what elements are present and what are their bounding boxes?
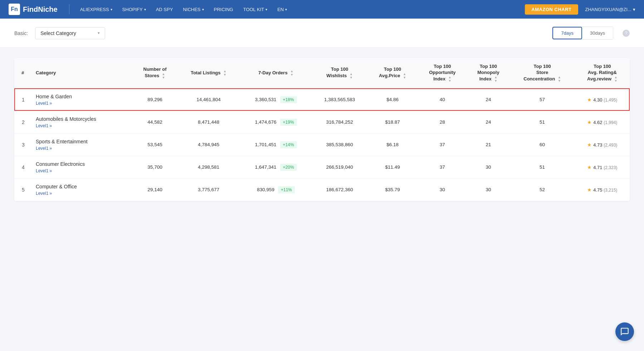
num-stores-cell: 35,700 xyxy=(133,156,177,178)
navbar: Fn FindNiche ALIEXPRESS ▾ SHOPIFY ▾ AD S… xyxy=(0,0,644,19)
nav-aliexpress[interactable]: ALIEXPRESS ▾ xyxy=(77,5,116,14)
avg-rating-cell: ★ 4.30 (1,495) xyxy=(575,88,630,111)
shopify-caret: ▾ xyxy=(144,8,146,11)
nav-niches[interactable]: NICHES ▾ xyxy=(179,5,207,14)
orders-value: 830,959 xyxy=(257,187,274,192)
category-name: Computer & Office xyxy=(36,184,129,189)
opportunity-sort[interactable]: ▲▼ xyxy=(448,76,452,83)
nav-pricing[interactable]: PRICING xyxy=(210,5,237,14)
wishlists-cell: 186,672,360 xyxy=(312,178,367,201)
nav-divider xyxy=(69,4,69,14)
monopoly-cell: 24 xyxy=(467,88,509,111)
orders-badge: +14% xyxy=(280,141,297,148)
store-conc-cell: 52 xyxy=(509,178,575,201)
category-placeholder: Select Category xyxy=(40,30,76,36)
monopoly-sort[interactable]: ▲▼ xyxy=(494,76,497,83)
star-icon: ★ xyxy=(587,187,592,193)
review-count: (1,994) xyxy=(604,120,617,125)
store-conc-cell: 60 xyxy=(509,133,575,156)
monopoly-cell: 21 xyxy=(467,133,509,156)
orders-cell: 1,701,451 +14% xyxy=(240,133,312,156)
category-cell: Computer & Office Level1 » xyxy=(29,178,133,201)
rank-cell: 1 xyxy=(14,88,29,111)
orders-value: 1,647,341 xyxy=(255,164,277,170)
num-stores-cell: 53,545 xyxy=(133,133,177,156)
category-level[interactable]: Level1 » xyxy=(36,146,129,151)
orders-cell: 3,360,531 +18% xyxy=(240,88,312,111)
listings-sort[interactable]: ▲▼ xyxy=(223,70,226,76)
category-level[interactable]: Level1 » xyxy=(36,191,129,196)
user-caret: ▾ xyxy=(633,7,635,12)
avg-rating-cell: ★ 4.73 (2,493) xyxy=(575,133,630,156)
orders-value: 1,701,451 xyxy=(255,142,277,147)
rank-cell: 4 xyxy=(14,156,29,178)
30days-button[interactable]: 30days xyxy=(582,27,613,39)
total-listings-cell: 8,471,448 xyxy=(177,111,240,133)
lang-caret: ▾ xyxy=(285,8,287,11)
col-avg-rating: Top 100Avg. Rating&Avg.review ▲▼ xyxy=(575,58,630,88)
storeconc-sort[interactable]: ▲▼ xyxy=(558,76,561,83)
wishlists-cell: 266,519,040 xyxy=(312,156,367,178)
col-avg-price: Top 100Avg.Price ▲▼ xyxy=(367,58,418,88)
avgrating-sort[interactable]: ▲▼ xyxy=(614,76,618,83)
orders-value: 1,474,676 xyxy=(255,119,277,125)
store-conc-cell: 51 xyxy=(509,156,575,178)
col-7day-orders: 7-Day Orders ▲▼ xyxy=(240,58,312,88)
table-row: 3 Sports & Entertainment Level1 » 53,545… xyxy=(14,133,630,156)
col-monopoly: Top 100MonopolyIndex ▲▼ xyxy=(467,58,509,88)
orders-cell: 1,474,676 +19% xyxy=(240,111,312,133)
total-listings-cell: 3,775,677 xyxy=(177,178,240,201)
opportunity-cell: 37 xyxy=(418,156,467,178)
logo-icon: Fn xyxy=(9,4,20,15)
review-count: (2,493) xyxy=(604,143,617,148)
avg-price-cell: $6.18 xyxy=(367,133,418,156)
opportunity-cell: 28 xyxy=(418,111,467,133)
category-level[interactable]: Level1 » xyxy=(36,123,129,128)
category-select[interactable]: Select Category ▾ xyxy=(35,27,105,39)
avg-price-cell: $18.87 xyxy=(367,111,418,133)
amazon-chart-button[interactable]: AMAZON CHART xyxy=(525,4,578,15)
star-icon: ★ xyxy=(587,164,592,170)
rating-value: 4.62 xyxy=(593,120,602,125)
nav-adspy[interactable]: AD SPY xyxy=(152,5,177,14)
category-level[interactable]: Level1 » xyxy=(36,168,129,173)
rating-value: 4.75 xyxy=(593,187,602,193)
level-arrows: » xyxy=(49,168,52,173)
category-level[interactable]: Level1 » xyxy=(36,101,129,106)
user-menu[interactable]: ZHANGYIXUAN@ZI... ▾ xyxy=(585,7,636,12)
wishlists-cell: 385,538,860 xyxy=(312,133,367,156)
nav-toolkit[interactable]: TOOL KIT ▾ xyxy=(240,5,271,14)
category-name: Home & Garden xyxy=(36,94,129,99)
col-store-concentration: Top 100StoreConcentration ▲▼ xyxy=(509,58,575,88)
wishlists-sort[interactable]: ▲▼ xyxy=(350,73,353,79)
table-header-row: # Category Number ofStores ▲▼ Total List… xyxy=(14,58,630,88)
avgprice-sort[interactable]: ▲▼ xyxy=(403,73,406,79)
star-icon: ★ xyxy=(587,97,592,103)
store-conc-cell: 51 xyxy=(509,111,575,133)
user-label: ZHANGYIXUAN@ZI... xyxy=(585,7,632,12)
help-icon[interactable]: ? xyxy=(623,30,630,37)
niches-caret: ▾ xyxy=(202,8,204,11)
col-opportunity: Top 100OpportunityIndex ▲▼ xyxy=(418,58,467,88)
7days-button[interactable]: 7days xyxy=(552,27,582,39)
rating-value: 4.73 xyxy=(593,142,602,148)
col-rank: # xyxy=(14,58,29,88)
opportunity-cell: 40 xyxy=(418,88,467,111)
logo[interactable]: Fn FindNiche xyxy=(9,4,58,15)
col-wishlists: Top 100Wishlists ▲▼ xyxy=(312,58,367,88)
total-listings-cell: 14,461,804 xyxy=(177,88,240,111)
total-listings-cell: 4,298,581 xyxy=(177,156,240,178)
num-stores-sort[interactable]: ▲▼ xyxy=(162,73,165,79)
logo-text: FindNiche xyxy=(23,5,58,14)
days-group: 7days 30days xyxy=(552,26,613,40)
table-row: 1 Home & Garden Level1 » 89,296 14,461,8… xyxy=(14,88,630,111)
avg-rating-cell: ★ 4.75 (3,215) xyxy=(575,178,630,201)
col-category: Category xyxy=(29,58,133,88)
nav-shopify[interactable]: SHOPIFY ▾ xyxy=(119,5,150,14)
category-cell: Home & Garden Level1 » xyxy=(29,88,133,111)
orders-badge: +11% xyxy=(278,186,295,193)
avg-price-cell: $4.86 xyxy=(367,88,418,111)
nav-lang[interactable]: EN ▾ xyxy=(274,5,291,14)
table-row: 4 Consumer Electronics Level1 » 35,700 4… xyxy=(14,156,630,178)
orders-sort[interactable]: ▲▼ xyxy=(290,70,293,76)
